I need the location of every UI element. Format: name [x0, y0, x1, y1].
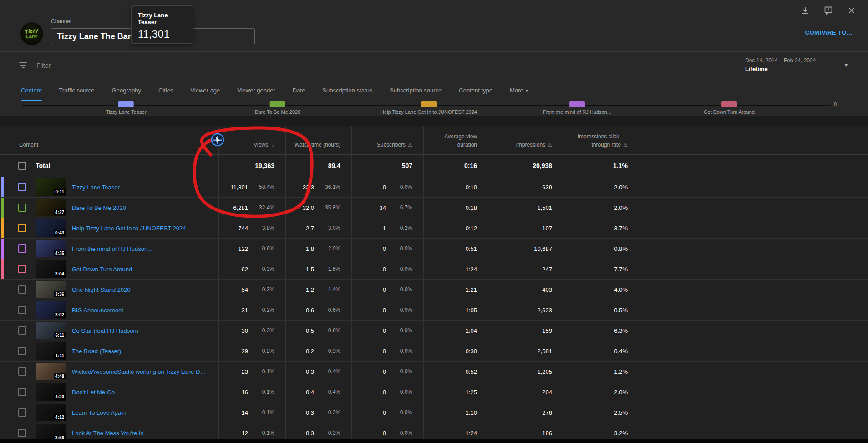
- subscribers-value: 0: [352, 307, 386, 314]
- impressions-value: 403: [488, 286, 552, 293]
- timeline-marker[interactable]: Tizzy Lane Teaser: [106, 101, 147, 115]
- tab-geography[interactable]: Geography ▾: [112, 79, 141, 101]
- tooltip-title: Tizzy Lane Teaser: [138, 12, 186, 25]
- duration-badge: 3:02: [54, 312, 66, 318]
- compare-to-button[interactable]: COMPARE TO…: [805, 29, 853, 36]
- avd-value: 1:21: [424, 286, 477, 293]
- feedback-icon[interactable]: [823, 5, 834, 16]
- select-checkbox[interactable]: [18, 326, 26, 335]
- select-checkbox[interactable]: [18, 285, 26, 294]
- watch-time-percent: 36.1%: [314, 184, 340, 190]
- column-header-impressions[interactable]: Impressions ⚠: [488, 126, 563, 154]
- tab-viewer-gender[interactable]: Viewer gender ▾: [237, 79, 275, 101]
- video-thumbnail[interactable]: 1:11: [36, 342, 66, 360]
- video-title-link[interactable]: Don't Let Me Go: [72, 389, 115, 396]
- video-title-link[interactable]: Co Star (feat RJ Hudson): [72, 327, 138, 334]
- tab-subscription-source[interactable]: Subscription source ▾: [390, 79, 442, 101]
- column-header-watch-time[interactable]: Watch time (hours): [285, 126, 351, 154]
- video-title-link[interactable]: The Road (Teaser): [72, 348, 121, 355]
- ctr-value: 2.0%: [563, 389, 628, 396]
- filter-icon: [18, 61, 28, 70]
- select-checkbox[interactable]: [18, 224, 26, 232]
- video-title-link[interactable]: Learn To Love Again: [72, 409, 126, 416]
- views-value: 744: [219, 225, 248, 232]
- date-range-picker[interactable]: Dec 14, 2014 – Feb 24, 2024 Lifetime ▼: [745, 52, 868, 80]
- tab-cities[interactable]: Cities ▾: [158, 79, 173, 101]
- timeline-marker[interactable]: Dare To Be Me 2020: [255, 101, 301, 115]
- select-checkbox[interactable]: [18, 347, 26, 355]
- video-title-link[interactable]: One Night Stand 2020: [72, 286, 131, 293]
- tab-traffic-source[interactable]: Traffic source ▾: [59, 79, 95, 101]
- channel-avatar[interactable]: Tizzy Lane: [20, 22, 43, 45]
- select-checkbox[interactable]: [18, 183, 26, 191]
- column-header-views[interactable]: Views ↓: [218, 126, 285, 154]
- video-thumbnail[interactable]: 4:20: [36, 383, 66, 401]
- views-value: 62: [219, 266, 248, 273]
- select-checkbox[interactable]: [18, 429, 26, 437]
- tab-more[interactable]: More ▾: [510, 79, 528, 101]
- table-header-row: Content Views ↓ Watch time (hours) Subsc…: [0, 126, 868, 155]
- views-value: 54: [219, 286, 248, 293]
- subscribers-value: 0: [352, 266, 386, 273]
- views-percent: 0.1%: [248, 368, 274, 375]
- video-thumbnail[interactable]: 4:48: [36, 363, 66, 380]
- select-checkbox[interactable]: [18, 204, 26, 212]
- subscribers-percent: 0.0%: [386, 389, 412, 395]
- select-checkbox[interactable]: [18, 408, 26, 417]
- video-thumbnail[interactable]: 6:11: [36, 322, 66, 339]
- impressions-value: 276: [488, 409, 552, 416]
- video-title-link[interactable]: Help Tizzy Lane Get In to JUNOFEST 2024: [72, 225, 186, 232]
- video-thumbnail[interactable]: 3:02: [36, 301, 66, 319]
- impressions-value: 159: [488, 327, 552, 334]
- video-thumbnail[interactable]: 0:11: [36, 178, 66, 196]
- timeline-marker[interactable]: From the mind of RJ Hudson...: [543, 101, 611, 115]
- video-color-swatch: [721, 101, 737, 107]
- select-checkbox[interactable]: [18, 367, 26, 376]
- column-header-ctr[interactable]: Impressions click-through rate ⚠: [563, 126, 639, 154]
- video-thumbnail[interactable]: 0:43: [36, 219, 66, 237]
- subscribers-value: 0: [352, 389, 386, 396]
- table-row: 6:11 Co Star (feat RJ Hudson) 30 0.2% 0.…: [0, 320, 868, 341]
- video-thumbnail[interactable]: 4:27: [36, 199, 66, 216]
- video-title-link[interactable]: Dare To Be Me 2020: [72, 204, 126, 211]
- video-title-link[interactable]: BIG Announcement: [72, 307, 123, 314]
- video-thumbnail[interactable]: 3:56: [36, 424, 66, 439]
- select-checkbox[interactable]: [18, 265, 26, 273]
- video-title-link[interactable]: From the mind of RJ Hudson...: [72, 245, 152, 252]
- filter-input[interactable]: [36, 58, 446, 73]
- watch-time-value: 1.2: [286, 286, 314, 293]
- download-icon[interactable]: [800, 5, 811, 16]
- column-header-subscribers[interactable]: Subscribers ⚠: [351, 126, 423, 154]
- subscribers-value: 1: [352, 225, 386, 232]
- video-title-link[interactable]: Get Down Turn Around: [72, 266, 132, 273]
- video-thumbnail[interactable]: 3:04: [36, 260, 66, 278]
- video-title-link[interactable]: Tizzy Lane Teaser: [72, 184, 120, 191]
- impressions-value: 2,623: [488, 307, 552, 314]
- select-checkbox[interactable]: [18, 244, 26, 253]
- tab-content-type[interactable]: Content type ▾: [459, 79, 492, 101]
- select-checkbox[interactable]: [18, 306, 26, 314]
- tab-content[interactable]: Content ▾: [21, 79, 42, 101]
- tab-date[interactable]: Date ▾: [293, 79, 305, 101]
- video-thumbnail[interactable]: 3:36: [36, 281, 66, 298]
- video-thumbnail[interactable]: 4:12: [36, 404, 66, 421]
- tab-subscription-status[interactable]: Subscription status ▾: [322, 79, 372, 101]
- chevron-down-icon: ▼: [843, 62, 849, 68]
- duration-badge: 0:11: [54, 189, 66, 195]
- column-header-content[interactable]: Content: [0, 126, 218, 154]
- views-value: 29: [219, 348, 248, 355]
- video-thumbnail[interactable]: 4:35: [36, 240, 66, 257]
- select-checkbox[interactable]: [18, 388, 26, 396]
- select-all-checkbox[interactable]: [18, 162, 26, 170]
- video-color-swatch: [421, 101, 437, 107]
- timeline-marker[interactable]: Get Down Turn Around: [704, 101, 755, 115]
- close-icon[interactable]: [846, 5, 857, 16]
- ctr-value: 0.5%: [563, 307, 628, 314]
- watch-time-percent: 0.4%: [314, 389, 340, 395]
- duration-badge: 1:11: [54, 353, 66, 359]
- video-title-link[interactable]: WickedAwesomeStudio working on Tizzy Lan…: [72, 368, 208, 375]
- timeline-marker[interactable]: Help Tizzy Lane Get In to JUNOFEST 2024: [381, 101, 477, 115]
- tab-viewer-age[interactable]: Viewer age ▾: [190, 79, 220, 101]
- video-title-link[interactable]: Look At The Mess You're In: [72, 430, 144, 437]
- column-header-average-view-duration[interactable]: Average view duration: [423, 126, 488, 154]
